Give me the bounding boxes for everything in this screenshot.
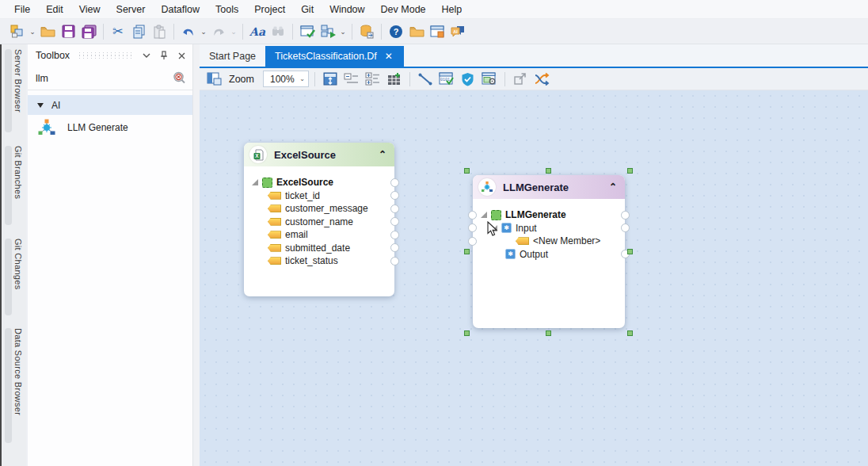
reroute-links-icon[interactable]: [532, 71, 551, 88]
expander-icon[interactable]: [252, 179, 258, 185]
run-icon[interactable]: [318, 22, 337, 41]
tree-row-field[interactable]: customer_message: [268, 202, 390, 216]
undo-icon[interactable]: [179, 22, 198, 41]
toolbox-drag-grip[interactable]: [78, 52, 132, 59]
selection-handle-ne[interactable]: [627, 168, 633, 174]
add-table-icon[interactable]: [385, 71, 404, 88]
tree-row-root[interactable]: LLMGenerate: [481, 208, 620, 222]
find-icon[interactable]: [268, 22, 287, 41]
undo-dropdown-chevron[interactable]: ⌄: [200, 22, 207, 41]
expand-all-icon[interactable]: [364, 71, 383, 88]
paste-icon[interactable]: [150, 22, 169, 41]
expander-icon[interactable]: [481, 212, 487, 218]
clear-search-icon[interactable]: [173, 71, 186, 85]
menu-file[interactable]: File: [6, 0, 38, 19]
run-dropdown-chevron[interactable]: ⌄: [339, 22, 347, 41]
tree-row-field[interactable]: ticket_status: [268, 254, 390, 268]
toolbox-search-input[interactable]: [36, 73, 173, 84]
tab-start-page[interactable]: Start Page: [200, 46, 265, 67]
window-alert-icon[interactable]: [428, 22, 447, 41]
selection-handle-w[interactable]: [464, 249, 470, 254]
new-dataflow-icon[interactable]: [8, 22, 27, 41]
tree-row-field[interactable]: submitted_date: [268, 242, 390, 255]
selection-handle-n[interactable]: [546, 168, 551, 174]
selection-handle-nw[interactable]: [464, 168, 470, 174]
cut-icon[interactable]: ✂: [108, 22, 128, 41]
tree-row-root[interactable]: ExcelSource: [252, 176, 390, 189]
tree-row-field[interactable]: ticket_id: [268, 189, 390, 203]
ai-chat-icon[interactable]: AI: [448, 22, 467, 41]
font-icon[interactable]: Aa: [248, 22, 267, 41]
menu-tools[interactable]: Tools: [207, 0, 246, 19]
side-tab-git-changes[interactable]: Git Changes: [5, 239, 23, 315]
menu-dev-mode[interactable]: Dev Mode: [373, 0, 434, 19]
collapse-node-icon[interactable]: ⌃: [379, 149, 386, 160]
selection-handle-sw[interactable]: [464, 330, 470, 336]
toolbox-menu-chevron-icon[interactable]: [140, 49, 153, 62]
menu-view[interactable]: View: [71, 0, 108, 19]
output-port[interactable]: [390, 204, 399, 213]
new-dropdown-chevron[interactable]: ⌄: [29, 22, 36, 41]
tree-row-output[interactable]: ✱ Output: [505, 248, 620, 262]
tree-row-field[interactable]: customer_name: [268, 216, 390, 229]
draw-link-icon[interactable]: [416, 71, 435, 88]
output-port[interactable]: [390, 257, 399, 265]
tree-row-input[interactable]: ✱ Input: [491, 222, 620, 235]
copy-icon[interactable]: [129, 22, 148, 41]
output-port[interactable]: [390, 191, 399, 200]
dataflow-canvas[interactable]: X ExcelSource ⌃ ExcelSource ticket_id: [200, 90, 868, 466]
node-llm-generate[interactable]: LLMGenerate ⌃ LLMGenerate ✱ Input: [473, 175, 625, 328]
toggle-panel-icon[interactable]: [204, 71, 223, 88]
validate-window-icon[interactable]: [298, 22, 317, 41]
tree-row-new-member[interactable]: <New Member>: [516, 235, 620, 248]
menu-edit[interactable]: Edit: [38, 0, 71, 19]
save-all-icon[interactable]: [79, 22, 98, 41]
toolbox-item-llm-generate[interactable]: LLM Generate: [28, 115, 192, 140]
output-port[interactable]: [390, 243, 399, 252]
side-tab-server-browser[interactable]: Server Browser: [5, 49, 23, 132]
validate-shield-icon[interactable]: [459, 71, 478, 88]
input-port[interactable]: [468, 223, 477, 232]
help-icon[interactable]: ?: [386, 22, 405, 41]
save-icon[interactable]: [59, 22, 78, 41]
zoom-dropdown[interactable]: 100% ⌄: [263, 71, 309, 87]
output-port[interactable]: [621, 211, 630, 220]
menu-project[interactable]: Project: [246, 0, 293, 19]
input-port[interactable]: [468, 237, 477, 246]
output-port[interactable]: [390, 231, 399, 239]
maximize-icon[interactable]: [511, 71, 530, 88]
selection-handle-se[interactable]: [627, 330, 633, 336]
input-port[interactable]: [468, 211, 477, 220]
llm-generate-header[interactable]: LLMGenerate ⌃: [473, 175, 625, 199]
output-port[interactable]: [390, 178, 399, 187]
import-database-icon[interactable]: [357, 22, 376, 41]
output-port[interactable]: [390, 217, 399, 226]
node-excel-source[interactable]: X ExcelSource ⌃ ExcelSource ticket_id: [244, 143, 394, 296]
tree-row-field[interactable]: email: [268, 228, 390, 242]
side-tab-git-branches[interactable]: Git Branches: [5, 146, 23, 225]
collapse-node-icon[interactable]: ⌃: [609, 181, 617, 193]
menu-help[interactable]: Help: [434, 0, 470, 19]
close-tab-icon[interactable]: ✕: [383, 51, 394, 62]
close-icon[interactable]: [175, 49, 188, 62]
redo-icon[interactable]: [209, 22, 228, 41]
selection-handle-s[interactable]: [546, 330, 551, 336]
menu-dataflow[interactable]: Dataflow: [153, 0, 207, 19]
selection-handle-e[interactable]: [627, 249, 633, 254]
menu-git[interactable]: Git: [293, 0, 322, 19]
menu-window[interactable]: Window: [322, 0, 372, 19]
menu-server[interactable]: Server: [108, 0, 154, 19]
excel-source-header[interactable]: X ExcelSource ⌃: [244, 143, 394, 166]
pin-icon[interactable]: [158, 49, 170, 62]
side-tab-data-source-browser[interactable]: Data Source Browser: [5, 328, 23, 443]
redo-dropdown-chevron[interactable]: ⌄: [230, 22, 238, 41]
output-port[interactable]: [621, 223, 630, 232]
panel-splitter[interactable]: [193, 44, 200, 466]
toolbox-category-ai[interactable]: AI: [28, 95, 192, 115]
tab-tickets-classification[interactable]: TicketsClassification.Df ✕: [265, 46, 404, 67]
open-recent-folder-icon[interactable]: [407, 22, 426, 41]
profile-settings-icon[interactable]: [480, 71, 499, 88]
open-folder-icon[interactable]: [38, 22, 57, 41]
preview-data-icon[interactable]: 0101: [437, 71, 456, 88]
autosize-node-icon[interactable]: [321, 71, 340, 88]
